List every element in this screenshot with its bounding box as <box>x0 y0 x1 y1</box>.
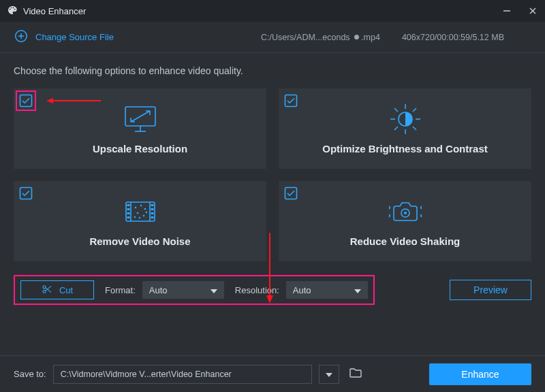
format-select[interactable]: Auto <box>142 281 224 299</box>
svg-point-43 <box>138 216 140 218</box>
svg-rect-32 <box>127 212 129 214</box>
svg-rect-33 <box>127 216 129 218</box>
svg-rect-30 <box>127 204 129 206</box>
resolution-select[interactable]: Auto <box>286 281 368 299</box>
svg-rect-16 <box>285 95 297 107</box>
svg-line-22 <box>394 108 398 112</box>
folder-icon <box>349 368 362 380</box>
svg-rect-36 <box>151 212 153 214</box>
svg-point-41 <box>136 212 138 214</box>
chevron-down-icon <box>326 369 332 379</box>
svg-point-44 <box>145 211 147 213</box>
minimize-button[interactable] <box>501 5 512 16</box>
enhance-button[interactable]: Enhance <box>429 363 531 385</box>
source-path: C:/Users/ADM...econds .mp4 <box>261 33 380 42</box>
annotation-arrow-left <box>46 98 101 103</box>
option-label: Reduce Video Shaking <box>350 235 460 247</box>
open-folder-button[interactable] <box>346 365 365 384</box>
annotation-highlight-controls: Cut Format: Auto Resolution: Auto <box>14 275 375 305</box>
format-control: Format: Auto <box>105 281 224 299</box>
window-controls <box>501 5 538 16</box>
svg-point-40 <box>144 208 146 210</box>
plus-circle-icon <box>14 29 29 46</box>
change-source-label: Change Source File <box>35 32 114 42</box>
svg-rect-31 <box>127 208 129 210</box>
svg-rect-10 <box>20 95 32 107</box>
svg-rect-46 <box>285 188 297 199</box>
cut-button[interactable]: Cut <box>20 280 94 299</box>
monitor-upscale-icon <box>121 103 159 135</box>
option-label: Upscale Resolution <box>93 143 187 154</box>
svg-point-3 <box>14 8 16 10</box>
option-reduce-shaking[interactable]: Reduce Video Shaking <box>279 181 531 261</box>
svg-line-23 <box>413 127 416 130</box>
svg-point-38 <box>134 206 136 208</box>
option-remove-noise[interactable]: Remove Video Noise <box>14 181 266 261</box>
svg-point-45 <box>134 216 136 218</box>
window-title: Video Enhancer <box>23 6 86 16</box>
enhance-label: Enhance <box>461 369 499 380</box>
svg-rect-37 <box>151 216 153 218</box>
svg-line-24 <box>413 108 416 112</box>
svg-line-25 <box>394 127 398 130</box>
svg-marker-12 <box>46 98 53 103</box>
checkbox-icon[interactable] <box>284 186 298 200</box>
instruction-text: Choose the following options to enhance … <box>0 53 545 83</box>
close-button[interactable] <box>527 5 538 16</box>
scissors-icon <box>42 284 52 297</box>
resolution-value: Auto <box>293 285 311 295</box>
format-label: Format: <box>105 285 136 295</box>
bullet-icon <box>354 35 359 39</box>
format-value: Auto <box>149 285 168 295</box>
svg-point-2 <box>13 7 14 8</box>
checkbox-icon[interactable] <box>284 94 298 108</box>
chevron-down-icon <box>354 285 361 295</box>
svg-rect-35 <box>151 208 153 210</box>
footer: Save to: C:\Vidmore\Vidmore V...erter\Vi… <box>0 355 545 392</box>
resolution-label: Resolution: <box>235 285 279 295</box>
checkbox-icon[interactable] <box>19 186 33 200</box>
source-meta: 406x720/00:00:59/5.12 MB <box>402 33 504 42</box>
checkbox-icon[interactable] <box>19 94 33 108</box>
palette-icon <box>7 5 18 18</box>
option-brightness-contrast[interactable]: Optimize Brightness and Contrast <box>279 88 531 169</box>
cut-label: Cut <box>59 285 73 295</box>
save-path-field[interactable]: C:\Vidmore\Vidmore V...erter\Video Enhan… <box>53 365 312 384</box>
svg-point-48 <box>404 212 407 214</box>
change-source-button[interactable]: Change Source File <box>14 29 114 46</box>
save-path-value: C:\Vidmore\Vidmore V...erter\Video Enhan… <box>61 370 232 379</box>
options-grid: Upscale Resolution Optimize Brightness a… <box>0 83 545 261</box>
save-to-label: Save to: <box>14 369 46 379</box>
preview-button[interactable]: Preview <box>450 280 531 300</box>
controls-row: Cut Format: Auto Resolution: Auto Previe… <box>0 261 545 305</box>
film-noise-icon <box>123 196 157 227</box>
preview-label: Preview <box>473 284 508 295</box>
option-upscale-resolution[interactable]: Upscale Resolution <box>14 88 266 169</box>
save-path-dropdown[interactable] <box>319 365 339 384</box>
svg-rect-26 <box>20 188 32 199</box>
source-bar: Change Source File C:/Users/ADM...econds… <box>0 22 545 53</box>
svg-point-1 <box>11 7 12 8</box>
camera-shake-icon <box>385 196 426 227</box>
option-label: Remove Video Noise <box>89 235 190 247</box>
option-label: Optimize Brightness and Contrast <box>322 143 488 154</box>
resolution-control: Resolution: Auto <box>235 281 368 299</box>
svg-point-42 <box>142 214 144 216</box>
svg-point-0 <box>10 8 11 10</box>
svg-point-39 <box>140 204 142 206</box>
titlebar: Video Enhancer <box>0 0 545 22</box>
brightness-icon <box>388 103 423 135</box>
chevron-down-icon <box>211 285 217 295</box>
svg-rect-34 <box>151 204 153 206</box>
